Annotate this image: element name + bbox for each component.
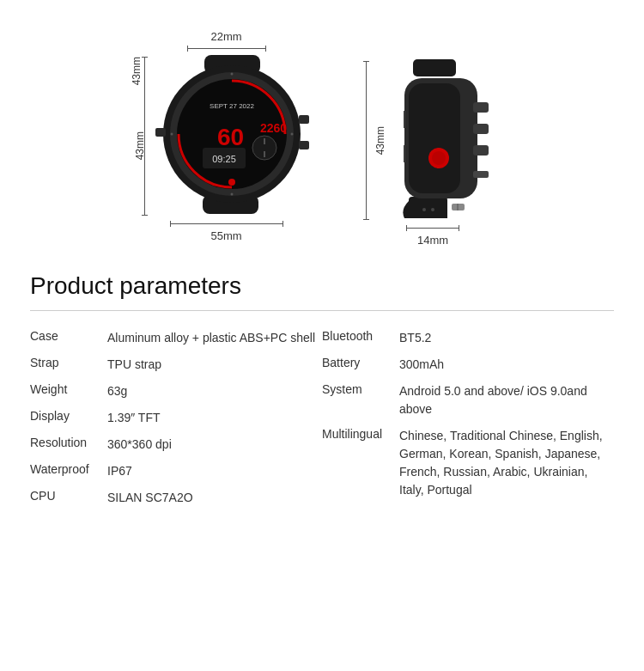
param-row-multilingual: Multilingual Chinese, Traditional Chines… [322, 423, 614, 503]
svg-text:2260: 2260 [260, 121, 287, 135]
svg-point-33 [422, 208, 426, 211]
param-label-battery: Battery [322, 356, 399, 369]
param-value-weight: 63g [107, 382, 322, 400]
params-grid: Case Aluminum alloy + plastic ABS+PC she… [30, 325, 614, 511]
svg-point-20 [290, 133, 293, 136]
svg-text:09:25: 09:25 [212, 154, 236, 164]
param-row-cpu: CPU SILAN SC7A2O [30, 485, 322, 511]
param-label-case: Case [30, 329, 107, 343]
watch-side-diagram: x 43mm [363, 34, 503, 247]
dim-side-bottom-label: 14mm [417, 234, 448, 247]
svg-point-16 [228, 179, 235, 186]
watch-front-diagram: 22mm 43mm [142, 30, 312, 242]
watch-side-image [392, 59, 503, 222]
product-params-section: Product parameters Case Aluminum alloy +… [0, 264, 644, 537]
param-row-battery: Battery 300mAh [322, 351, 614, 378]
dim-front-top-label: 22mm [210, 30, 241, 43]
svg-point-19 [170, 133, 173, 136]
params-left-col: Case Aluminum alloy + plastic ABS+PC she… [30, 325, 322, 511]
svg-rect-14 [299, 141, 309, 149]
param-row-display: Display 1.39″ TFT [30, 405, 322, 431]
watch-front-image: SEPT 27 2022 60 2260 09:25 [153, 55, 312, 217]
svg-rect-21 [413, 59, 456, 76]
svg-rect-26 [409, 83, 460, 193]
dim-front-side-label2: 43mm [134, 131, 146, 160]
param-label-display: Display [30, 409, 107, 423]
param-value-multilingual: Chinese, Traditional Chinese, English, G… [399, 427, 614, 499]
svg-rect-31 [473, 145, 489, 156]
param-value-waterproof: IP67 [107, 462, 322, 480]
param-label-bluetooth: Bluetooth [322, 329, 399, 343]
svg-rect-32 [473, 171, 489, 178]
svg-point-28 [432, 151, 446, 165]
param-label-system: System [322, 382, 399, 396]
param-row-weight: Weight 63g [30, 378, 322, 405]
params-title: Product parameters [30, 272, 614, 300]
svg-rect-15 [155, 128, 166, 137]
param-value-case: Aluminum alloy + plastic ABS+PC shell [107, 329, 322, 347]
param-label-waterproof: Waterproof [30, 462, 107, 476]
dim-front-bottom-label: 55mm [210, 229, 241, 242]
svg-text:SEPT 27 2022: SEPT 27 2022 [210, 102, 254, 110]
param-value-system: Android 5.0 and above/ iOS 9.0and above [399, 382, 614, 418]
param-label-resolution: Resolution [30, 436, 107, 449]
param-label-weight: Weight [30, 382, 107, 396]
param-row-case: Case Aluminum alloy + plastic ABS+PC she… [30, 325, 322, 351]
param-label-multilingual: Multilingual [322, 427, 399, 441]
param-row-system: System Android 5.0 and above/ iOS 9.0and… [322, 378, 614, 423]
param-value-bluetooth: BT5.2 [399, 329, 614, 347]
params-divider [30, 310, 614, 311]
param-row-strap: Strap TPU strap [30, 351, 322, 378]
param-value-strap: TPU strap [107, 356, 322, 374]
param-row-resolution: Resolution 360*360 dpi [30, 431, 322, 458]
svg-rect-13 [299, 115, 309, 124]
svg-point-17 [230, 73, 233, 76]
param-value-resolution: 360*360 dpi [107, 436, 322, 454]
svg-text:60: 60 [217, 124, 244, 150]
svg-rect-22 [409, 197, 447, 214]
param-value-display: 1.39″ TFT [107, 409, 322, 427]
param-row-waterproof: Waterproof IP67 [30, 458, 322, 485]
param-row-bluetooth: Bluetooth BT5.2 [322, 325, 614, 351]
param-label-strap: Strap [30, 356, 107, 369]
svg-point-34 [431, 208, 434, 211]
svg-rect-30 [473, 124, 489, 134]
param-value-battery: 300mAh [399, 356, 614, 374]
dim-front-side-label: 43mm [131, 57, 143, 85]
dim-side-side-label: 43mm [374, 126, 386, 155]
watch-diagrams-section: 22mm 43mm [0, 0, 644, 264]
svg-rect-29 [473, 102, 489, 113]
params-right-col: Bluetooth BT5.2 Battery 300mAh System An… [322, 325, 614, 511]
param-label-cpu: CPU [30, 489, 107, 503]
param-value-cpu: SILAN SC7A2O [107, 489, 322, 507]
svg-point-18 [230, 193, 233, 196]
